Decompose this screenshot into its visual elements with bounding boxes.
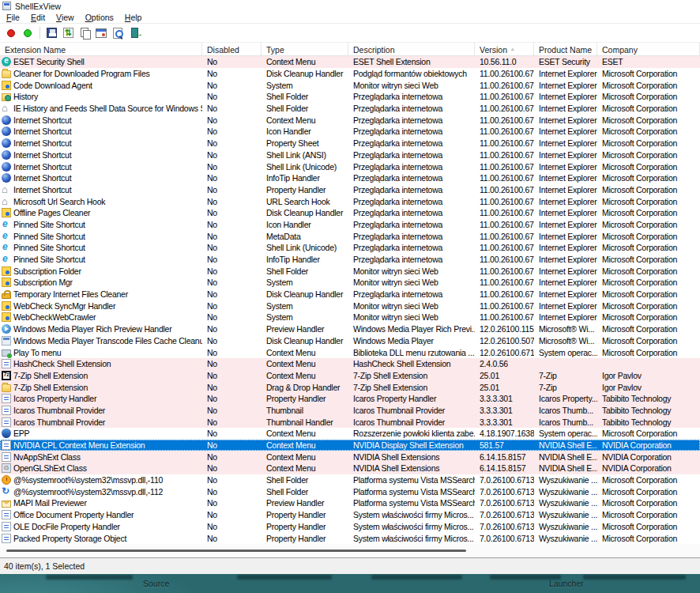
table-row[interactable]: Internet ShortcutNoInfoTip HandlerPrzegl… bbox=[0, 172, 700, 184]
desktop-icon-label[interactable]: Source bbox=[143, 579, 169, 588]
cell-description: HashCheck Shell Extension bbox=[348, 358, 475, 370]
cell-description: NVIDIA Display Shell Extension bbox=[348, 440, 475, 451]
cell-description: Przeglądarka internetowa bbox=[348, 91, 475, 103]
menu-options[interactable]: Options bbox=[80, 13, 119, 22]
cell-disabled: No bbox=[202, 393, 262, 405]
table-row[interactable]: Internet ShortcutNoIcon HandlerPrzegląda… bbox=[0, 126, 700, 138]
table-row[interactable]: Pinned Site ShortcutNoShell Link (Unicod… bbox=[0, 242, 700, 254]
toolbar-separator bbox=[40, 27, 40, 39]
table-row[interactable]: Subscription MgrNoSystemMonitor witryn s… bbox=[0, 277, 700, 289]
cell-product: Icaros Thumb... bbox=[534, 416, 597, 428]
column-header-description[interactable]: Description bbox=[348, 43, 475, 55]
column-header-disabled[interactable]: Disabled bbox=[202, 43, 262, 55]
column-header-label: Company bbox=[602, 45, 638, 55]
toolbar-button-copy[interactable] bbox=[77, 26, 92, 40]
column-header-name[interactable]: Extension Name bbox=[0, 43, 202, 55]
cell-product: Internet Explorer bbox=[534, 277, 597, 289]
table-row[interactable]: Code Download AgentNoSystemMonitor witry… bbox=[0, 79, 700, 91]
cell-product: System operac... bbox=[534, 346, 597, 358]
table-row[interactable]: Internet ShortcutNoProperty HandlerPrzeg… bbox=[0, 184, 700, 196]
toolbar-button-refresh[interactable]: ⇅ bbox=[60, 26, 76, 40]
cell-description: Monitor witryn sieci Web bbox=[348, 79, 475, 91]
extension-name-text: Windows Media Player Transcode Files Cac… bbox=[13, 336, 202, 346]
table-row[interactable]: Offline Pages CleanerNoDisk Cleanup Hand… bbox=[0, 207, 700, 219]
table-row[interactable]: ESET Security ShellNoContext MenuESET Sh… bbox=[0, 56, 700, 68]
table-row[interactable]: Icaros Thumbnail ProviderNoThumbnail Han… bbox=[0, 416, 700, 428]
table-row[interactable]: Icaros Thumbnail ProviderNoThumbnailIcar… bbox=[0, 405, 700, 417]
column-header-product[interactable]: Product Name bbox=[534, 43, 597, 55]
cell-description: System właściwości firmy Micros... bbox=[348, 521, 475, 533]
toolbar-button-save[interactable] bbox=[43, 26, 59, 40]
table-row[interactable]: HistoryNoShell FolderPrzeglądarka intern… bbox=[0, 91, 700, 103]
cell-product: Internet Explorer bbox=[534, 103, 597, 115]
column-header-version[interactable]: Version▵ bbox=[475, 43, 534, 55]
menu-view[interactable]: View bbox=[51, 13, 80, 22]
globe-icon bbox=[2, 162, 11, 172]
desktop-icon-label[interactable]: Launcher bbox=[549, 579, 584, 588]
table-row[interactable]: OpenGLShExt ClassNoContext MenuNVIDIA Sh… bbox=[0, 463, 700, 474]
table-row[interactable]: 7-Zip Shell ExtensionNoContext Menu7-Zip… bbox=[0, 370, 700, 382]
toolbar-button-exit[interactable] bbox=[126, 26, 142, 40]
cell-company: Microsoft Corporation bbox=[597, 289, 700, 300]
table-row[interactable]: IE History and Feeds Shell Data Source f… bbox=[0, 103, 700, 115]
table-row[interactable]: Icaros Property HandlerNoProperty Handle… bbox=[0, 393, 700, 405]
menu-help[interactable]: Help bbox=[119, 13, 148, 22]
column-header-type[interactable]: Type bbox=[262, 43, 348, 55]
table-row[interactable]: Internet ShortcutNoProperty SheetPrzeglą… bbox=[0, 138, 700, 149]
table-row[interactable]: Packed Property Storage ObjectNoProperty… bbox=[0, 532, 700, 544]
cell-company: Microsoft Corporation bbox=[597, 265, 700, 277]
table-row[interactable]: Subscription FolderNoShell FolderMonitor… bbox=[0, 265, 700, 277]
scrollbar-thumb[interactable] bbox=[6, 550, 466, 552]
title-bar: ShellExView bbox=[0, 0, 700, 12]
table-row[interactable]: EPPNoContext MenuRozszerzenie powłoki kl… bbox=[0, 428, 700, 440]
table-row[interactable]: Pinned Site ShortcutNoMetaDataPrzeglądar… bbox=[0, 230, 700, 242]
cell-version: 12.0.26100.671... bbox=[475, 346, 534, 358]
extension-name-text: Internet Shortcut bbox=[13, 150, 71, 160]
table-row[interactable]: Internet ShortcutNoContext MenuPrzegląda… bbox=[0, 114, 700, 126]
table-row[interactable]: Play To menuNoContext MenuBiblioteka DLL… bbox=[0, 346, 700, 358]
table-row[interactable]: MAPI Mail PreviewerNoPreview HandlerPlat… bbox=[0, 497, 700, 509]
globe-icon bbox=[2, 150, 11, 160]
globe-icon bbox=[2, 173, 11, 183]
column-header-company[interactable]: Company bbox=[597, 43, 700, 55]
cell-description: Przeglądarka internetowa bbox=[348, 126, 475, 138]
menu-file[interactable]: File bbox=[1, 13, 25, 22]
cell-description: Monitor witryn sieci Web bbox=[348, 265, 475, 277]
cell-description: Przeglądarka internetowa bbox=[348, 195, 475, 207]
toolbar-button-find[interactable] bbox=[110, 26, 126, 40]
table-row[interactable]: Internet ShortcutNoShell Link (Unicode)P… bbox=[0, 161, 700, 172]
cell-description: Przeglądarka internetowa bbox=[348, 172, 475, 184]
table-row[interactable]: Internet ShortcutNoShell Link (ANSI)Prze… bbox=[0, 149, 700, 161]
horizontal-scrollbar[interactable] bbox=[0, 544, 700, 558]
toolbar-button-disable-selected[interactable] bbox=[3, 26, 19, 40]
extension-name-text: Temporary Internet Files Cleaner bbox=[13, 289, 128, 299]
table-row[interactable]: Temporary Internet Files CleanerNoDisk C… bbox=[0, 289, 700, 300]
table-row[interactable]: Cleaner for Downloaded Program FilesNoDi… bbox=[0, 68, 700, 80]
menu-edit[interactable]: Edit bbox=[25, 13, 51, 22]
table-row[interactable]: OLE DocFile Property HandlerNoProperty H… bbox=[0, 521, 700, 533]
table-row[interactable]: NVIDIA CPL Context Menu ExtensionNoConte… bbox=[0, 440, 700, 451]
table-row[interactable]: WebCheck SyncMgr HandlerNoSystemMonitor … bbox=[0, 300, 700, 312]
toolbar-button-enable-selected[interactable] bbox=[20, 26, 36, 40]
refresh-icon: ⇅ bbox=[63, 28, 73, 38]
table-row[interactable]: Pinned Site ShortcutNoInfoTip HandlerPrz… bbox=[0, 254, 700, 266]
table-row[interactable]: Windows Media Player Transcode Files Cac… bbox=[0, 335, 700, 347]
table-row[interactable]: @%systemroot%\system32\mssvp.dll,-112NoS… bbox=[0, 485, 700, 497]
cell-company: Microsoft Corporation bbox=[597, 428, 700, 440]
extension-name-text: 7-Zip Shell Extension bbox=[13, 383, 88, 392]
table-row[interactable]: 7-Zip Shell ExtensionNoDrag & Drop Handl… bbox=[0, 381, 700, 393]
table-row[interactable]: Microsoft Url Search HookNoURL Search Ho… bbox=[0, 195, 700, 207]
table-row[interactable]: WebCheckWebCrawlerNoSystemMonitor witryn… bbox=[0, 312, 700, 323]
table-row[interactable]: @%systemroot%\system32\mssvp.dll,-110NoS… bbox=[0, 474, 700, 486]
table-row[interactable]: Pinned Site ShortcutNoIcon HandlerPrzegl… bbox=[0, 219, 700, 231]
toolbar-button-properties[interactable] bbox=[93, 26, 109, 40]
cell-name: @%systemroot%\system32\mssvp.dll,-112 bbox=[0, 485, 202, 497]
extension-name-text: OpenGLShExt Class bbox=[13, 463, 87, 473]
shellexview-window: ShellExView FileEditViewOptionsHelp ⇅ Ex… bbox=[0, 0, 700, 593]
green-dot-icon bbox=[24, 29, 32, 37]
table-row[interactable]: NvAppShExt ClassNoContext MenuNVIDIA She… bbox=[0, 451, 700, 463]
table-row[interactable]: HashCheck Shell ExtensionNoContext MenuH… bbox=[0, 358, 700, 370]
table-row[interactable]: Windows Media Player Rich Preview Handle… bbox=[0, 323, 700, 335]
wmpfile-icon bbox=[2, 336, 11, 346]
table-row[interactable]: Office Document Property HandlerNoProper… bbox=[0, 509, 700, 521]
